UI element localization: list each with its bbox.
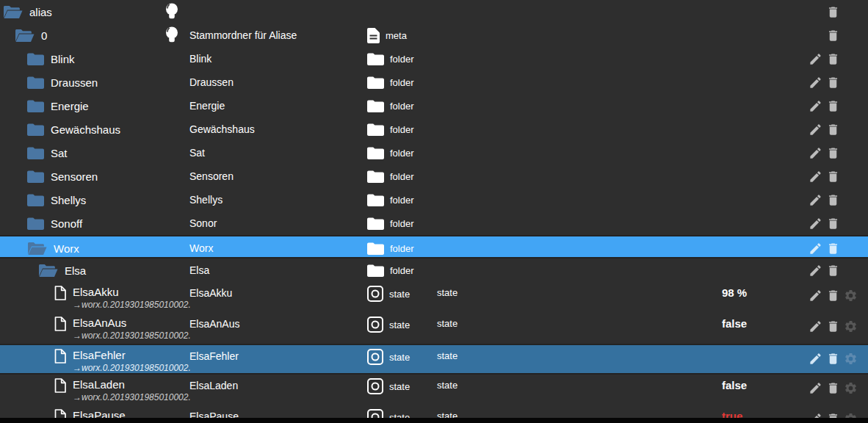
settings-button[interactable] [843, 319, 858, 333]
delete-button[interactable] [825, 380, 840, 395]
delete-button[interactable] [825, 263, 840, 278]
object-type: state [389, 352, 410, 363]
edit-button[interactable] [808, 241, 822, 256]
edit-button[interactable] [808, 351, 822, 366]
delete-button[interactable] [825, 75, 840, 90]
tree-row[interactable]: DraussenDraussenfolder [0, 70, 868, 94]
settings-button[interactable] [843, 288, 858, 303]
delete-button[interactable] [825, 192, 840, 207]
pencil-icon [809, 289, 822, 303]
settings-button[interactable] [843, 380, 858, 395]
object-id: Sat [51, 146, 68, 160]
type-cell: folder [367, 258, 414, 282]
delete-button[interactable] [825, 28, 840, 43]
type-cell: folder [367, 70, 414, 94]
folder-icon[interactable] [27, 100, 44, 112]
folder-open-icon[interactable] [27, 242, 47, 256]
tree-row[interactable]: alias [0, 0, 868, 24]
folder-open-icon[interactable] [15, 29, 35, 43]
folder-open-icon[interactable] [3, 5, 23, 19]
tree-id-cell: ElsaLaden→worx.0.2019301985010002. [54, 377, 191, 403]
alias-target: →worx.0.2019301985010002. [73, 363, 191, 374]
folder-icon[interactable] [27, 170, 44, 183]
delete-button[interactable] [825, 169, 840, 184]
edit-button[interactable] [808, 51, 822, 66]
type-cell: folder [367, 94, 414, 118]
tree-row[interactable]: SensorenSensorenfolder [0, 164, 868, 188]
delete-button[interactable] [825, 241, 840, 256]
file-icon [54, 286, 66, 300]
object-id: ElsaLaden [73, 377, 191, 391]
type-cell: folder [367, 164, 414, 188]
edit-button[interactable] [808, 319, 822, 333]
tree-id-cell: Gewächshaus [27, 118, 120, 141]
tree-row[interactable]: SonoffSonorfolder [0, 212, 868, 235]
object-name: Sonor [189, 212, 217, 235]
tree-row[interactable]: 0Stammordner für Aliasemeta [0, 24, 868, 47]
folder-icon [367, 147, 384, 159]
delete-button[interactable] [825, 51, 840, 66]
folder-icon[interactable] [27, 76, 44, 89]
folder-icon[interactable] [27, 194, 44, 206]
tree-row[interactable]: SatSatfolder [0, 141, 868, 164]
folder-open-icon[interactable] [38, 264, 58, 278]
edit-button[interactable] [808, 98, 822, 113]
object-type: folder [390, 124, 414, 135]
delete-button[interactable] [825, 145, 840, 160]
delete-button[interactable] [825, 319, 840, 333]
folder-icon[interactable] [27, 123, 44, 136]
edit-button[interactable] [808, 380, 822, 395]
object-id: Gewächshaus [51, 123, 120, 137]
tree-row[interactable]: BlinkBlinkfolder [0, 47, 868, 70]
folder-icon [367, 217, 384, 230]
object-name: ElsaAnAus [189, 317, 239, 330]
edit-button[interactable] [808, 122, 822, 137]
trash-icon [826, 242, 840, 256]
folder-icon[interactable] [27, 147, 44, 159]
trash-icon [826, 123, 840, 137]
edit-button[interactable] [808, 145, 822, 160]
gear-icon [844, 381, 858, 395]
settings-button[interactable] [843, 351, 858, 366]
folder-icon[interactable] [27, 53, 44, 65]
tree-row[interactable]: ElsaFehler→worx.0.2019301985010002.ElsaF… [0, 344, 868, 375]
tree-row[interactable]: ElsaLaden→worx.0.2019301985010002.ElsaLa… [0, 375, 868, 405]
state-icon [367, 317, 383, 333]
delete-button[interactable] [825, 4, 840, 19]
tree-row[interactable]: WorxWorxfolder [0, 235, 868, 258]
folder-icon [367, 194, 384, 206]
object-type: folder [390, 77, 414, 88]
tree-id-cell: 0 [15, 24, 47, 47]
tree-row[interactable]: ElsaElsafolder [0, 258, 868, 282]
tree-row[interactable]: GewächshausGewächshausfolder [0, 118, 868, 141]
object-role: state [437, 317, 457, 330]
object-id: Blink [51, 52, 75, 66]
pencil-icon [809, 352, 822, 366]
delete-button[interactable] [825, 122, 840, 137]
folder-icon[interactable] [27, 217, 44, 230]
delete-button[interactable] [825, 351, 840, 366]
tree-id-cell: Elsa [38, 258, 86, 282]
object-id: Draussen [51, 76, 98, 90]
edit-button[interactable] [808, 192, 822, 207]
object-name: Sat [189, 141, 205, 164]
tree-id-cell: Worx [27, 236, 79, 260]
edit-button[interactable] [808, 216, 822, 231]
delete-button[interactable] [825, 288, 840, 303]
alias-target: →worx.0.2019301985010002. [73, 300, 191, 311]
file-icon [54, 317, 66, 331]
trash-icon [826, 264, 840, 278]
lightbulb-icon [164, 26, 179, 45]
edit-button[interactable] [808, 75, 822, 90]
tree-row[interactable]: ElsaAkku→worx.0.2019301985010002.ElsaAkk… [0, 282, 868, 313]
trash-icon [826, 352, 840, 366]
edit-button[interactable] [808, 263, 822, 278]
tree-row[interactable]: EnergieEnergiefolder [0, 94, 868, 118]
delete-button[interactable] [825, 98, 840, 113]
tree-row[interactable]: ShellysShellysfolder [0, 188, 868, 212]
edit-button[interactable] [808, 288, 822, 303]
tree-id-cell: Shellys [27, 188, 86, 212]
edit-button[interactable] [808, 169, 822, 184]
tree-row[interactable]: ElsaAnAus→worx.0.2019301985010002.ElsaAn… [0, 313, 868, 344]
delete-button[interactable] [825, 216, 840, 231]
